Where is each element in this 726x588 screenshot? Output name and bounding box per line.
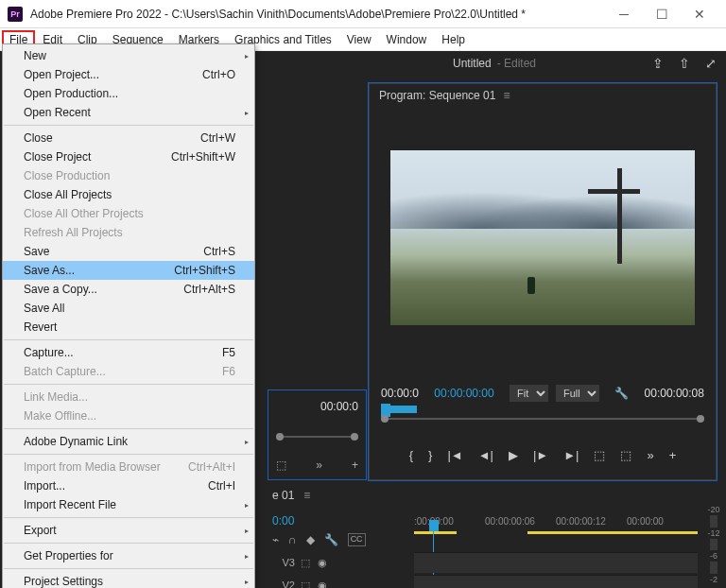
menu-item-open-recent[interactable]: Open Recent▸	[3, 103, 254, 122]
app-icon: Pr	[8, 7, 23, 22]
title-bar: Pr Adobe Premiere Pro 2022 - C:\Users\Sa…	[0, 0, 726, 28]
viewer-person	[527, 277, 535, 294]
menu-item-open-project[interactable]: Open Project...Ctrl+O	[3, 65, 254, 84]
viewer-landscape	[390, 177, 695, 230]
source-timecode: 00:00:0	[268, 390, 366, 413]
mark-out-button[interactable]: }	[428, 448, 432, 462]
menu-view[interactable]: View	[339, 30, 379, 49]
track-v2[interactable]: V2 ⬚◉	[263, 575, 698, 588]
mark-in-button[interactable]: {	[409, 448, 413, 462]
go-to-in-button[interactable]: |◄	[447, 448, 462, 462]
menu-item-import[interactable]: Import...Ctrl+I	[3, 476, 254, 495]
source-timecode-partial: 00:00:0	[381, 387, 419, 400]
quick-export-icon[interactable]: ⇪	[652, 56, 664, 71]
overwrite-button[interactable]: »	[316, 458, 322, 472]
add-button[interactable]: +	[352, 458, 358, 472]
file-menu-dropdown: New▸Open Project...Ctrl+OOpen Production…	[2, 43, 255, 588]
menu-item-adobe-dynamic-link[interactable]: Adobe Dynamic Link▸	[3, 432, 254, 451]
toggle-output-icon[interactable]: ⬚	[301, 579, 310, 589]
panel-menu-icon[interactable]: ≡	[503, 89, 510, 102]
menu-item-import-recent-file[interactable]: Import Recent File▸	[3, 495, 254, 514]
menu-item-close-all-other-projects: Close All Other Projects	[3, 204, 254, 223]
sequence-tab[interactable]: e 01	[272, 489, 294, 502]
menu-window[interactable]: Window	[379, 30, 435, 49]
program-panel-title[interactable]: Program: Sequence 01	[379, 89, 495, 102]
resolution-select[interactable]: Full	[556, 385, 599, 402]
program-timecode[interactable]: 00:00:00:00	[434, 387, 493, 400]
toggle-output-icon[interactable]: ⬚	[301, 557, 310, 569]
menu-item-open-production[interactable]: Open Production...	[3, 84, 254, 103]
window-title: Adobe Premiere Pro 2022 - C:\Users\Sachi…	[30, 8, 605, 21]
menu-item-get-properties-for[interactable]: Get Properties for▸	[3, 546, 254, 565]
menu-item-make-offline: Make Offline...	[3, 406, 254, 425]
marker-icon[interactable]: ◆	[306, 533, 315, 546]
menu-item-revert[interactable]: Revert	[3, 318, 254, 337]
menu-item-close-project[interactable]: Close ProjectCtrl+Shift+W	[3, 147, 254, 166]
panel-menu-icon[interactable]: ≡	[303, 489, 310, 502]
insert-button[interactable]: ⬚	[276, 458, 286, 472]
play-button[interactable]: ▶	[509, 448, 518, 462]
menu-item-project-settings[interactable]: Project Settings▸	[3, 572, 254, 588]
document-title[interactable]: Untitled	[453, 57, 492, 70]
program-viewer[interactable]	[390, 150, 695, 325]
eye-icon[interactable]: ◉	[318, 557, 327, 569]
viewer-cross-horizontal	[588, 189, 640, 194]
extract-button[interactable]: ⬚	[620, 448, 631, 462]
eye-icon[interactable]: ◉	[318, 579, 327, 589]
menu-item-batch-capture: Batch Capture...F6	[3, 362, 254, 381]
menu-item-save-as[interactable]: Save As...Ctrl+Shift+S	[3, 261, 254, 280]
track-v3[interactable]: V3 ⬚◉	[263, 552, 698, 573]
duration-timecode: 00:00:00:08	[645, 387, 704, 400]
cc-icon[interactable]: CC	[348, 533, 366, 546]
source-monitor-panel: 00:00:0 ⬚ » +	[268, 389, 367, 480]
close-button[interactable]: ✕	[681, 1, 718, 27]
timeline-timecode[interactable]: 0:00	[272, 514, 294, 527]
menu-item-capture[interactable]: Capture...F5	[3, 343, 254, 362]
menu-item-close-all-projects[interactable]: Close All Projects	[3, 185, 254, 204]
workspace-tab-bar: Untitled - Edited ⇪ ⇧ ⤢	[263, 51, 726, 76]
menu-item-refresh-all-projects: Refresh All Projects	[3, 223, 254, 242]
step-forward-button[interactable]: |►	[533, 448, 548, 462]
timeline-panel: e 01 ≡ 0:00 :00:00:00 00:00:00:06 00:00:…	[263, 486, 726, 588]
document-status: - Edited	[497, 57, 536, 70]
menu-item-import-from-media-browser: Import from Media BrowserCtrl+Alt+I	[3, 458, 254, 476]
menu-item-link-media: Link Media...	[3, 388, 254, 406]
maximize-button[interactable]: ☐	[643, 1, 681, 27]
timeline-settings-icon[interactable]: 🔧	[324, 533, 338, 546]
button-editor-plus[interactable]: +	[669, 448, 677, 462]
menu-item-close-production: Close Production	[3, 166, 254, 185]
lift-button[interactable]: ⬚	[594, 448, 605, 462]
program-monitor-panel: Program: Sequence 01 ≡ 00:00:0 00:00:00:…	[369, 83, 717, 480]
minimize-button[interactable]: ─	[605, 1, 643, 27]
step-back-button[interactable]: ◄|	[478, 448, 493, 462]
linked-selection-icon[interactable]: ∩	[288, 533, 297, 546]
menu-help[interactable]: Help	[434, 30, 473, 49]
menu-item-save[interactable]: SaveCtrl+S	[3, 242, 254, 261]
menu-item-save-a-copy[interactable]: Save a Copy...Ctrl+Alt+S	[3, 280, 254, 299]
go-to-out-button[interactable]: ►|	[563, 448, 579, 462]
menu-item-export[interactable]: Export▸	[3, 521, 254, 540]
menu-item-new[interactable]: New▸	[3, 46, 254, 65]
menu-item-save-all[interactable]: Save All	[3, 299, 254, 318]
snap-icon[interactable]: ⌁	[272, 533, 279, 546]
timeline-ruler[interactable]: :00:00:00 00:00:00:06 00:00:00:12 00:00:…	[414, 516, 698, 531]
viewer-cross-vertical	[617, 168, 622, 265]
fullscreen-icon[interactable]: ⤢	[705, 56, 717, 71]
settings-wrench-icon[interactable]: 🔧	[614, 387, 629, 400]
export-frame-button[interactable]: »	[647, 448, 653, 462]
zoom-fit-select[interactable]: Fit	[510, 385, 548, 402]
share-icon[interactable]: ⇧	[679, 56, 690, 71]
source-scrub-bar[interactable]	[276, 436, 358, 438]
timeline-vertical-scroll[interactable]: -20-12-6-2	[703, 505, 724, 584]
timeline-playhead[interactable]	[429, 520, 439, 531]
menu-item-close[interactable]: CloseCtrl+W	[3, 129, 254, 147]
program-scrub-bar[interactable]	[381, 411, 704, 426]
